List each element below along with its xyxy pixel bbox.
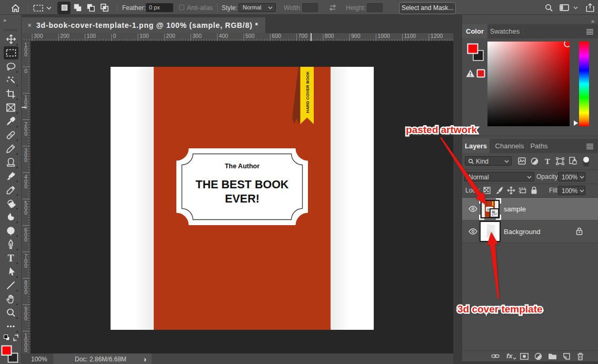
svg-text:100: 100 — [87, 33, 96, 39]
svg-text:600: 600 — [272, 33, 281, 39]
svg-text:0: 0 — [24, 316, 27, 321]
svg-text:400: 400 — [219, 33, 228, 39]
svg-text:1000: 1000 — [377, 33, 390, 39]
svg-text:The Author: The Author — [225, 163, 260, 170]
svg-text:900: 900 — [351, 33, 361, 39]
svg-text:0: 0 — [24, 237, 27, 242]
svg-text:0: 0 — [24, 157, 27, 163]
svg-text:200: 200 — [60, 33, 69, 39]
svg-text:0: 0 — [24, 263, 27, 269]
svg-text:700: 700 — [298, 33, 308, 39]
svg-text:0: 0 — [24, 289, 27, 295]
svg-text:100: 100 — [139, 33, 149, 39]
svg-text:0: 0 — [24, 52, 27, 57]
svg-text:800: 800 — [325, 33, 334, 39]
svg-text:200: 200 — [166, 33, 175, 39]
svg-text:0: 0 — [24, 184, 27, 189]
svg-text:500: 500 — [245, 33, 255, 39]
svg-text:1100: 1100 — [404, 33, 416, 39]
svg-text:0: 0 — [24, 68, 27, 74]
svg-text:T: T — [545, 157, 550, 165]
svg-text:0: 0 — [113, 33, 116, 39]
svg-text:300: 300 — [193, 33, 202, 39]
svg-text:0: 0 — [24, 347, 27, 353]
svg-text:0: 0 — [24, 131, 27, 137]
svg-text:THE BEST BOOK: THE BEST BOOK — [196, 178, 289, 191]
svg-text:0: 0 — [24, 210, 27, 216]
svg-text:1200: 1200 — [431, 33, 443, 39]
svg-text:EVER!: EVER! — [225, 193, 260, 205]
svg-text:300: 300 — [34, 33, 43, 39]
svg-text:HARD COVER BOOK: HARD COVER BOOK — [305, 71, 310, 113]
svg-text:T: T — [7, 253, 14, 263]
